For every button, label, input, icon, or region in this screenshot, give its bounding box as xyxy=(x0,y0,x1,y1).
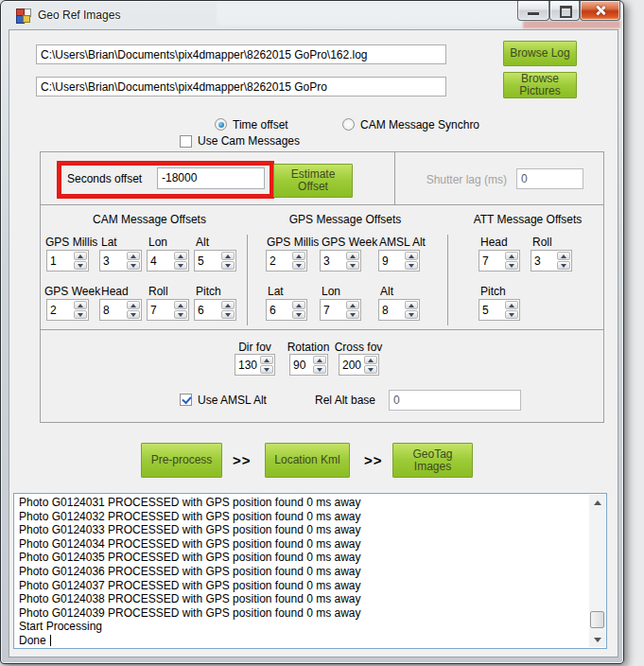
spin-up-icon[interactable] xyxy=(221,252,235,260)
spin-up-icon[interactable] xyxy=(260,356,273,364)
spin-up-icon[interactable] xyxy=(127,301,140,309)
geotag-images-button[interactable]: GeoTag Images xyxy=(392,443,473,478)
spin-down-icon[interactable] xyxy=(174,261,187,270)
cam-pitch-spinner[interactable]: 6 xyxy=(194,299,236,321)
gps-gps-week-spinner[interactable]: 3 xyxy=(320,250,361,272)
cam-message-synchro-radio[interactable] xyxy=(342,118,355,131)
cam-alt-label: Alt xyxy=(196,236,209,249)
spin-up-icon[interactable] xyxy=(505,252,518,260)
time-offset-radio[interactable] xyxy=(215,118,227,131)
spin-up-icon[interactable] xyxy=(346,301,359,309)
shutter-lag-input[interactable]: 0 xyxy=(516,168,583,189)
spin-up-icon[interactable] xyxy=(292,301,305,309)
pictures-path-input[interactable]: C:\Users\Brian\Documents\pix4dmapper\826… xyxy=(36,77,446,96)
settings-panel: Seconds offset -18000 Estimate Offset Sh… xyxy=(40,151,604,423)
vertical-scrollbar[interactable] xyxy=(589,495,605,647)
spin-down-icon[interactable] xyxy=(505,261,518,270)
log-line: Photo G0124036 PROCESSED with GPS positi… xyxy=(14,565,606,579)
spin-up-icon[interactable] xyxy=(292,252,305,260)
use-cam-messages-checkbox[interactable] xyxy=(180,135,192,148)
cam-alt-spinner[interactable]: 5 xyxy=(194,250,236,272)
maximize-button[interactable] xyxy=(549,1,580,21)
minimize-button[interactable] xyxy=(517,1,549,21)
spin-up-icon[interactable] xyxy=(74,252,87,260)
spin-down-icon[interactable] xyxy=(346,261,359,270)
divider xyxy=(247,235,248,325)
gps-amsl-alt-spinner[interactable]: 9 xyxy=(378,250,420,272)
spin-up-icon[interactable] xyxy=(557,252,570,260)
spin-down-icon[interactable] xyxy=(557,261,570,270)
spin-down-icon[interactable] xyxy=(74,310,87,319)
gps-amsl-alt-label: AMSL Alt xyxy=(379,236,426,249)
cam-roll-spinner[interactable]: 7 xyxy=(147,299,189,321)
gps-gps-millis-spinner[interactable]: 2 xyxy=(266,250,307,272)
log-path-input[interactable]: C:\Users\Brian\Documents\pix4dmapper\826… xyxy=(36,44,446,64)
rel-alt-base-input[interactable]: 0 xyxy=(389,390,521,411)
seconds-offset-input[interactable]: -18000 xyxy=(157,167,265,189)
spin-down-icon[interactable] xyxy=(405,261,418,270)
scroll-up-button[interactable] xyxy=(589,495,605,510)
gps-lon-spinner[interactable]: 7 xyxy=(320,299,361,321)
spin-down-icon[interactable] xyxy=(313,365,326,374)
spin-up-icon[interactable] xyxy=(74,301,87,309)
spin-down-icon[interactable] xyxy=(74,261,87,270)
shutter-lag-label: Shutter lag (ms) xyxy=(400,173,507,186)
cam-gps-week-spinner[interactable]: 2 xyxy=(46,299,89,321)
spin-up-icon[interactable] xyxy=(364,356,377,364)
cam-gps-millis-spinner[interactable]: 1 xyxy=(46,250,89,272)
spin-up-icon[interactable] xyxy=(174,301,187,309)
close-button[interactable] xyxy=(580,1,620,21)
att-pitch-spinner[interactable]: 5 xyxy=(479,299,520,321)
spin-down-icon[interactable] xyxy=(505,310,518,319)
spin-up-icon[interactable] xyxy=(313,356,326,364)
chevron-separator: >> xyxy=(233,452,252,468)
spin-down-icon[interactable] xyxy=(174,310,187,319)
scrollbar-thumb[interactable] xyxy=(590,611,604,628)
spin-down-icon[interactable] xyxy=(260,365,273,374)
gps-lat-spinner[interactable]: 6 xyxy=(266,299,307,321)
spin-up-icon[interactable] xyxy=(174,252,187,260)
spin-down-icon[interactable] xyxy=(364,365,377,374)
log-line: Photo G0124032 PROCESSED with GPS positi… xyxy=(14,510,606,524)
cam-lat-label: Lat xyxy=(101,236,117,249)
spin-up-icon[interactable] xyxy=(405,252,418,260)
use-amsl-alt-checkbox[interactable] xyxy=(180,394,192,406)
spin-down-icon[interactable] xyxy=(221,310,235,319)
gps-alt-label: Alt xyxy=(380,285,393,298)
spin-up-icon[interactable] xyxy=(127,252,140,260)
divider xyxy=(447,235,448,325)
gps-offsets-title: GPS Message Offsets xyxy=(265,213,426,226)
cam-lat-spinner[interactable]: 3 xyxy=(99,250,142,272)
browse-pictures-button[interactable]: Browse Pictures xyxy=(503,72,577,98)
rotation-spinner[interactable]: 90 xyxy=(289,354,328,376)
estimate-offset-button[interactable]: Estimate Offset xyxy=(273,164,353,198)
spin-down-icon[interactable] xyxy=(127,310,140,319)
cross-fov-spinner[interactable]: 200 xyxy=(339,354,379,376)
att-pitch-label: Pitch xyxy=(480,285,506,298)
pre-process-button[interactable]: Pre-process xyxy=(141,443,222,478)
location-kml-button[interactable]: Location Kml xyxy=(265,443,350,478)
cam-lon-label: Lon xyxy=(148,236,167,249)
app-window: Geo Ref Images C:\Users\Brian\Documents\… xyxy=(0,0,624,664)
browse-log-button[interactable]: Browse Log xyxy=(503,41,577,66)
gps-alt-spinner[interactable]: 8 xyxy=(378,299,420,321)
scroll-down-button[interactable] xyxy=(589,632,605,647)
dir-fov-spinner[interactable]: 130 xyxy=(235,354,275,376)
log-line: Photo G0124031 PROCESSED with GPS positi… xyxy=(14,494,606,510)
cam-lon-spinner[interactable]: 4 xyxy=(147,250,189,272)
spin-up-icon[interactable] xyxy=(221,301,235,309)
spin-up-icon[interactable] xyxy=(346,252,359,260)
spin-down-icon[interactable] xyxy=(127,261,140,270)
log-output-textarea[interactable]: Photo G0124031 PROCESSED with GPS positi… xyxy=(13,493,607,649)
spin-up-icon[interactable] xyxy=(505,301,518,309)
spin-down-icon[interactable] xyxy=(405,310,418,319)
spin-down-icon[interactable] xyxy=(292,261,305,270)
cam-head-spinner[interactable]: 8 xyxy=(99,299,142,321)
cam-pitch-label: Pitch xyxy=(196,285,221,298)
spin-down-icon[interactable] xyxy=(346,310,359,319)
att-head-spinner[interactable]: 7 xyxy=(479,250,520,272)
spin-up-icon[interactable] xyxy=(405,301,418,309)
spin-down-icon[interactable] xyxy=(292,310,305,319)
spin-down-icon[interactable] xyxy=(221,261,235,270)
att-roll-spinner[interactable]: 3 xyxy=(531,250,572,272)
